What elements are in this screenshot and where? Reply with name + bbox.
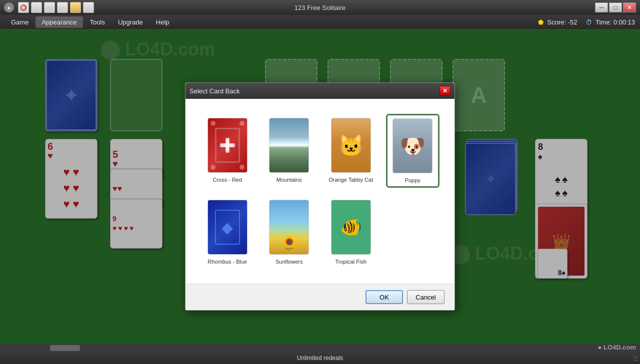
card-label-rhombus-blue: Rhombus - Blue (208, 259, 247, 265)
window-title: 123 Free Solitaire (294, 4, 346, 11)
card-option-tropical-fish[interactable]: 🐠 Tropical Fish (324, 196, 378, 269)
thumb-cat: 🐱 (331, 118, 371, 173)
ok-button[interactable]: OK (366, 290, 403, 304)
maximize-button[interactable]: □ (609, 2, 622, 12)
title-bar-left: ♠ ⭕ ▲ ↺ → ✏ ? (4, 2, 94, 13)
dialog-footer: OK Cancel (186, 284, 454, 310)
toolbar-btn-4[interactable]: → (57, 2, 68, 13)
bottom-logo: ● LO4D.com (598, 344, 636, 351)
card-label-mountains: Mountains (276, 177, 302, 183)
card-label-cat: Orange Tabby Cat (328, 177, 373, 183)
horizontal-scrollbar[interactable] (0, 344, 640, 352)
toolbar-btn-2[interactable]: ▲ (31, 2, 42, 13)
card-option-cross-red[interactable]: Cross - Red (200, 114, 254, 188)
card-label-tropical-fish: Tropical Fish (335, 259, 366, 265)
dialog-overlay: Select Card Back ✕ (0, 29, 640, 364)
card-label-sunflowers: Sunflowers (276, 259, 302, 265)
card-option-orange-tabby-cat[interactable]: 🐱 Orange Tabby Cat (324, 114, 378, 188)
select-card-back-dialog: Select Card Back ✕ (185, 82, 455, 311)
thumb-rhombus-blue: ◆ (208, 200, 248, 255)
menu-help[interactable]: Help (150, 16, 176, 28)
title-bar: ♠ ⭕ ▲ ↺ → ✏ ? 123 Free Solitaire ─ □ ✕ (0, 0, 640, 15)
dialog-title-bar: Select Card Back ✕ (186, 83, 454, 99)
app-icon: ♠ (4, 2, 14, 12)
card-grid: Cross - Red Mountains 🐱 Or (196, 109, 444, 274)
score-icon: ⬟ (538, 18, 544, 26)
status-bar: Unlimited redeals ⠿ (0, 352, 640, 364)
card-option-rhombus-blue[interactable]: ◆ Rhombus - Blue (200, 196, 254, 269)
card-option-sunflowers[interactable]: 🌻 Sunflowers (262, 196, 316, 269)
game-area: ⬤ LO4D.com ⬤ LO4D.com ⬤ LO4D ✦ A A A A 6… (0, 29, 640, 364)
status-text: Unlimited redeals (297, 355, 344, 362)
menu-bar: Game Appearance Tools Upgrade Help ⬟ Sco… (0, 15, 640, 29)
thumb-mountains (269, 118, 309, 173)
score-display: ⬟ Score: -52 (538, 18, 578, 26)
thumb-puppy: 🐶 (392, 118, 432, 173)
card-label-cross-red: Cross - Red (212, 177, 242, 183)
scrollbar-thumb[interactable] (50, 345, 80, 351)
minimize-button[interactable]: ─ (595, 2, 608, 12)
toolbar-btn-1[interactable]: ⭕ (18, 2, 29, 13)
thumb-cross-red (208, 118, 248, 173)
toolbar: ⭕ ▲ ↺ → ✏ ? (18, 2, 94, 13)
menu-game[interactable]: Game (5, 16, 34, 28)
thumb-sunflowers: 🌻 (269, 200, 309, 255)
dialog-content: Cross - Red Mountains 🐱 Or (186, 99, 454, 284)
window-controls: ─ □ ✕ (595, 2, 636, 12)
close-button[interactable]: ✕ (623, 2, 636, 12)
toolbar-btn-6[interactable]: ? (83, 2, 94, 13)
menu-tools[interactable]: Tools (84, 16, 111, 28)
card-option-mountains[interactable]: Mountains (262, 114, 316, 188)
resize-grip[interactable]: ⠿ (633, 355, 638, 363)
dialog-close-button[interactable]: ✕ (440, 86, 450, 96)
toolbar-btn-3[interactable]: ↺ (44, 2, 55, 13)
menu-right-stats: ⬟ Score: -52 ⏱ Time: 0:00:13 (538, 18, 635, 26)
time-display: ⏱ Time: 0:00:13 (586, 18, 635, 26)
dialog-title: Select Card Back (190, 87, 240, 95)
toolbar-btn-5[interactable]: ✏ (70, 2, 81, 13)
thumb-tropical-fish: 🐠 (331, 200, 371, 255)
card-option-puppy[interactable]: 🐶 Puppy (386, 114, 440, 188)
card-label-puppy: Puppy (405, 177, 420, 183)
menu-upgrade[interactable]: Upgrade (112, 16, 149, 28)
menu-appearance[interactable]: Appearance (36, 16, 82, 28)
cancel-button[interactable]: Cancel (407, 290, 444, 304)
clock-icon: ⏱ (586, 18, 592, 26)
